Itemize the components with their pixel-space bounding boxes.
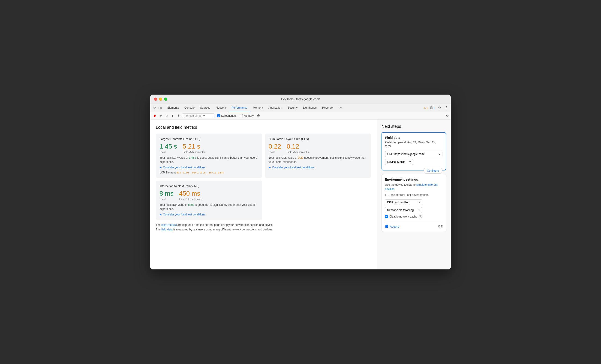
record-bar: Record ⌘ E	[385, 222, 443, 228]
network-dropdown[interactable]: Network: No throttling ▾	[385, 207, 422, 213]
disable-cache-label: Disable network cache	[389, 215, 417, 218]
more-icon[interactable]: ⋮	[444, 105, 449, 110]
tab-security[interactable]: Security	[285, 104, 300, 112]
metrics-grid: Largest Contentful Paint (LCP) 1.45 s Lo…	[156, 134, 371, 178]
reload-button[interactable]: ↻	[158, 113, 163, 118]
close-button[interactable]	[154, 98, 157, 101]
left-panel: Local and field metrics Largest Contentf…	[150, 119, 377, 269]
field-data-title: Field data	[385, 136, 442, 139]
screenshots-checkbox[interactable]: Screenshots	[217, 114, 237, 118]
inp-title: Interaction to Next Paint (INP)	[160, 184, 259, 188]
env-settings-title: Environment settings	[385, 178, 443, 181]
right-panel: Next steps Field data Collection period:…	[377, 119, 451, 269]
info-badge[interactable]: 💬 2	[430, 106, 435, 109]
main-content: Local and field metrics Largest Contentf…	[150, 119, 451, 269]
record-dot-icon	[385, 225, 388, 228]
device-toolbar-icon[interactable]	[158, 105, 163, 110]
settings-icon[interactable]: ⚙	[437, 105, 442, 110]
memory-icon: 🗑	[257, 114, 260, 118]
lcp-desc: Your local LCP value of 1.45 s is good, …	[160, 156, 259, 164]
tab-lighthouse[interactable]: Lighthouse	[300, 104, 320, 112]
tab-sources[interactable]: Sources	[197, 104, 213, 112]
inp-field-label: Field 75th percentile	[179, 198, 202, 200]
device-dropdown[interactable]: Device: Mobile ▾	[385, 159, 413, 165]
window-title: DevTools - fonts.google.com/	[281, 97, 320, 101]
consider-real-envs-link[interactable]: ► Consider real user environments	[385, 193, 443, 197]
disable-cache-checkbox[interactable]	[385, 215, 388, 218]
env-settings-desc: Use the device toolbar to simulate diffe…	[385, 183, 443, 191]
local-metrics-link[interactable]: local metrics	[161, 223, 177, 226]
lcp-element: LCP Element div.tile__text.tile__inria_s…	[160, 171, 259, 174]
next-steps-title: Next steps	[381, 124, 446, 129]
tab-network[interactable]: Network	[213, 104, 229, 112]
tab-performance[interactable]: Performance	[229, 104, 250, 112]
lcp-local-label: Local	[160, 151, 177, 153]
cls-values: 0.22 Local 0.12 Field 75th percentile	[269, 143, 368, 153]
clear-button[interactable]: ⊘	[164, 113, 169, 118]
cls-consider-link[interactable]: ► Consider your local test conditions	[269, 166, 368, 169]
cpu-dropdown[interactable]: CPU: No throttling ▾	[385, 199, 422, 205]
tab-application[interactable]: Application	[266, 104, 285, 112]
cls-desc: Your local CLS value of 0.22 needs impro…	[269, 156, 368, 164]
title-bar: DevTools - fonts.google.com/	[150, 95, 451, 104]
inp-field-value: 450 ms	[179, 190, 202, 197]
inp-local-value: 8 ms	[160, 190, 174, 197]
configure-button[interactable]: Configure	[423, 168, 442, 174]
lcp-field-group: 5.21 s Field 75th percentile	[182, 143, 205, 153]
lcp-local-group: 1.45 s Local	[160, 143, 177, 153]
cursor-icon[interactable]	[152, 105, 157, 110]
maximize-button[interactable]	[164, 98, 167, 101]
lcp-local-value: 1.45 s	[160, 143, 177, 150]
recording-dropdown[interactable]: (no recordings) ▾	[182, 113, 214, 118]
lcp-field-label: Field 75th percentile	[182, 151, 205, 153]
section-title: Local and field metrics	[156, 125, 371, 130]
field-data-card: Field data Collection period: Aug 19, 20…	[381, 132, 446, 170]
cls-local-value: 0.22	[269, 143, 281, 150]
inp-local-label: Local	[160, 198, 174, 200]
checkbox-group: Screenshots Memory 🗑	[217, 114, 260, 118]
secondary-toolbar: ⏺ ↻ ⊘ ⬆ ⬇ (no recordings) ▾ Screenshots …	[150, 112, 451, 119]
url-dropdown[interactable]: URL: https://fonts.google.com/ ▾	[385, 151, 442, 157]
field-data-period: Collection period: Aug 19, 2024 - Sep 15…	[385, 140, 442, 148]
traffic-lights	[154, 98, 167, 101]
download-button[interactable]: ⬇	[176, 113, 181, 118]
secondary-settings-icon[interactable]: ⚙	[446, 114, 449, 118]
svg-rect-0	[159, 107, 161, 109]
lcp-element-link[interactable]: div.tile__text.tile__inria_sans	[177, 171, 224, 174]
disable-cache-row: Disable network cache ?	[385, 215, 443, 218]
cls-field-value: 0.12	[287, 143, 310, 150]
cls-field-group: 0.12 Field 75th percentile	[287, 143, 310, 153]
devtools-window: DevTools - fonts.google.com/ Elements Co…	[150, 95, 451, 269]
tab-recorder[interactable]: Recorder	[320, 104, 336, 112]
inp-consider-link[interactable]: ► Consider your local test conditions	[160, 213, 259, 216]
lcp-field-value: 5.21 s	[182, 143, 205, 150]
env-settings-card: Environment settings Use the device tool…	[381, 174, 446, 232]
record-shortcut: ⌘ E	[437, 225, 443, 228]
inp-values: 8 ms Local 450 ms Field 75th percentile	[160, 190, 259, 200]
record-button[interactable]: Record	[385, 225, 399, 228]
lcp-consider-link[interactable]: ► Consider your local test conditions	[160, 166, 259, 169]
inp-card: Interaction to Next Paint (INP) 8 ms Loc…	[156, 181, 262, 220]
inp-local-group: 8 ms Local	[160, 190, 174, 200]
help-icon[interactable]: ?	[419, 215, 422, 218]
lcp-values: 1.45 s Local 5.21 s Field 75th percentil…	[160, 143, 259, 153]
memory-checkbox[interactable]: Memory	[240, 114, 254, 118]
inp-field-group: 450 ms Field 75th percentile	[179, 190, 202, 200]
cls-card: Cumulative Layout Shift (CLS) 0.22 Local…	[265, 134, 371, 178]
main-toolbar: Elements Console Sources Network Perform…	[150, 104, 451, 112]
tab-elements[interactable]: Elements	[165, 104, 182, 112]
tab-overflow[interactable]: >>	[336, 104, 345, 112]
upload-button[interactable]: ⬆	[170, 113, 175, 118]
cls-title: Cumulative Layout Shift (CLS)	[269, 137, 368, 141]
field-data-link[interactable]: field data	[161, 228, 173, 231]
lcp-title: Largest Contentful Paint (LCP)	[160, 137, 259, 141]
minimize-button[interactable]	[159, 98, 162, 101]
tab-memory[interactable]: Memory	[250, 104, 266, 112]
warning-badge[interactable]: ⚠ 1	[423, 106, 428, 109]
record-button[interactable]: ⏺	[152, 113, 157, 118]
cls-field-label: Field 75th percentile	[287, 151, 310, 153]
nav-tabs: Elements Console Sources Network Perform…	[165, 104, 423, 112]
cls-local-group: 0.22 Local	[269, 143, 281, 153]
inp-desc: Your local INP value of 8 ms is good, bu…	[160, 203, 259, 211]
tab-console[interactable]: Console	[182, 104, 197, 112]
